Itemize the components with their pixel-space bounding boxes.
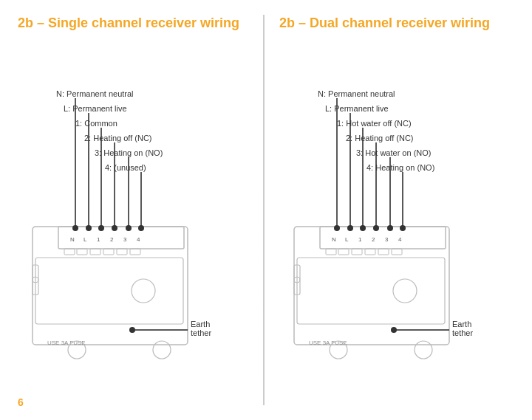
svg-text:4: 4 [137, 236, 140, 243]
page-container: 2b – Single channel receiver wiring N: P… [0, 0, 532, 420]
page-number: 6 [18, 396, 24, 408]
svg-point-35 [132, 279, 155, 303]
section-divider [263, 15, 265, 405]
svg-point-61 [387, 225, 393, 231]
svg-point-14 [72, 225, 78, 231]
svg-text:USE  3A  FUSE: USE 3A FUSE [309, 340, 347, 346]
svg-point-16 [98, 225, 104, 231]
svg-point-78 [393, 279, 417, 303]
svg-rect-31 [130, 249, 140, 255]
svg-point-83 [391, 327, 397, 333]
svg-point-60 [373, 225, 379, 231]
svg-text:N: N [332, 236, 336, 243]
svg-text:3: Hot water on (NO): 3: Hot water on (NO) [356, 148, 431, 157]
svg-text:2: 2 [110, 236, 114, 243]
svg-text:2: Heating off (NC): 2: Heating off (NC) [84, 134, 152, 142]
svg-text:4: 4 [398, 236, 402, 243]
svg-text:L: L [345, 236, 349, 243]
svg-point-18 [126, 225, 132, 231]
svg-text:L: Permanent live: L: Permanent live [64, 104, 127, 113]
svg-text:1: 1 [97, 236, 100, 243]
svg-rect-29 [103, 249, 114, 255]
svg-rect-70 [338, 249, 349, 255]
svg-text:Earth: Earth [191, 320, 210, 328]
svg-text:1: Hot water off (NC): 1: Hot water off (NC) [337, 119, 412, 128]
single-channel-section: 2b – Single channel receiver wiring N: P… [18, 15, 256, 405]
svg-rect-72 [365, 249, 375, 255]
svg-text:4: Heating on (NO): 4: Heating on (NO) [366, 163, 434, 172]
svg-text:tether: tether [452, 328, 473, 337]
svg-text:USE  3A  FUSE: USE 3A FUSE [47, 340, 86, 346]
svg-point-19 [138, 225, 144, 231]
svg-point-38 [153, 341, 171, 359]
svg-point-40 [129, 327, 135, 333]
svg-text:2: Heating off (NC): 2: Heating off (NC) [346, 134, 414, 142]
svg-text:2: 2 [372, 236, 375, 243]
svg-text:N: Permanent neutral: N: Permanent neutral [56, 89, 134, 98]
svg-rect-27 [77, 249, 87, 255]
svg-point-62 [400, 225, 406, 231]
svg-rect-12 [33, 227, 188, 345]
svg-text:4: (unused): 4: (unused) [105, 163, 146, 172]
dual-channel-diagram: N: Permanent neutral L: Permanent live 1… [279, 44, 501, 361]
svg-text:3: 3 [385, 236, 389, 243]
dual-channel-section: 2b – Dual channel receiver wiring N: Per… [272, 15, 517, 405]
svg-text:L: Permanent live: L: Permanent live [325, 104, 389, 113]
svg-point-17 [112, 225, 117, 231]
svg-rect-74 [392, 249, 402, 255]
svg-text:3: 3 [123, 236, 127, 243]
svg-rect-69 [326, 249, 336, 255]
svg-rect-32 [35, 258, 183, 324]
svg-text:tether: tether [191, 328, 211, 337]
svg-text:N: N [70, 236, 75, 243]
svg-text:3: Heating on (NO): 3: Heating on (NO) [95, 148, 163, 157]
svg-point-15 [86, 225, 92, 231]
svg-text:1: 1 [358, 236, 362, 243]
single-channel-title: 2b – Single channel receiver wiring [18, 15, 239, 32]
svg-rect-75 [297, 258, 445, 324]
svg-text:N: Permanent neutral: N: Permanent neutral [318, 89, 395, 98]
svg-text:L: L [83, 236, 87, 243]
svg-point-81 [415, 341, 432, 359]
svg-point-59 [360, 225, 366, 231]
svg-rect-73 [378, 249, 389, 255]
svg-text:Earth: Earth [452, 320, 471, 328]
svg-point-57 [334, 225, 340, 231]
svg-rect-26 [64, 249, 75, 255]
svg-rect-30 [117, 249, 127, 255]
svg-rect-55 [294, 227, 449, 345]
single-channel-diagram: N: Permanent neutral L: Permanent live 1… [18, 44, 239, 361]
svg-rect-28 [90, 249, 100, 255]
svg-text:1: Common: 1: Common [75, 119, 117, 128]
svg-rect-71 [352, 249, 362, 255]
dual-channel-title: 2b – Dual channel receiver wiring [279, 15, 490, 32]
svg-point-58 [347, 225, 353, 231]
